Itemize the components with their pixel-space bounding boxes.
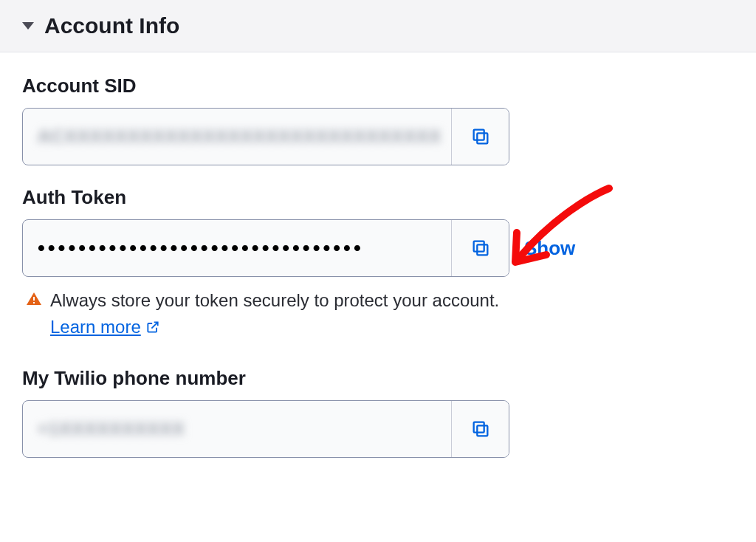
auth-token-input-wrap: •••••••••••••••••••••••••••••••• — [22, 219, 509, 277]
account-info-header[interactable]: Account Info — [0, 0, 756, 52]
copy-icon — [470, 419, 491, 439]
auth-token-label: Auth Token — [22, 186, 734, 209]
svg-rect-3 — [473, 241, 484, 252]
copy-phone-number-button[interactable] — [451, 401, 509, 457]
warning-text: Always store your token securely to prot… — [50, 287, 539, 340]
show-auth-token-link[interactable]: Show — [524, 237, 575, 260]
svg-rect-2 — [477, 244, 487, 255]
svg-rect-4 — [33, 297, 35, 301]
phone-number-input-wrap: +1XXXXXXXXXX — [22, 400, 509, 458]
svg-rect-5 — [33, 302, 35, 303]
chevron-down-icon — [22, 22, 34, 30]
warning-icon — [25, 290, 43, 308]
phone-number-label: My Twilio phone number — [22, 367, 734, 390]
external-link-icon — [145, 320, 160, 335]
account-sid-field: Account SID ACXXXXXXXXXXXXXXXXXXXXXXXXXX… — [22, 75, 734, 165]
warning-message: Always store your token securely to prot… — [50, 290, 499, 310]
account-sid-value[interactable]: ACXXXXXXXXXXXXXXXXXXXXXXXXXXXXXX — [23, 109, 451, 165]
copy-icon — [470, 126, 491, 147]
svg-rect-1 — [473, 130, 484, 140]
copy-account-sid-button[interactable] — [451, 109, 509, 165]
auth-token-value[interactable]: •••••••••••••••••••••••••••••••• — [23, 220, 451, 276]
account-info-content: Account SID ACXXXXXXXXXXXXXXXXXXXXXXXXXX… — [0, 52, 756, 493]
account-sid-input-wrap: ACXXXXXXXXXXXXXXXXXXXXXXXXXXXXXX — [22, 108, 509, 165]
copy-icon — [470, 238, 491, 258]
account-sid-label: Account SID — [22, 75, 734, 97]
svg-rect-0 — [477, 133, 487, 143]
learn-more-link[interactable]: Learn more — [50, 314, 160, 340]
account-info-title: Account Info — [44, 13, 179, 38]
auth-token-field: Auth Token •••••••••••••••••••••••••••••… — [22, 186, 734, 340]
copy-auth-token-button[interactable] — [451, 220, 509, 276]
phone-number-value[interactable]: +1XXXXXXXXXX — [23, 401, 451, 457]
svg-rect-7 — [473, 422, 484, 433]
auth-token-warning: Always store your token securely to prot… — [22, 287, 539, 340]
svg-rect-6 — [477, 425, 487, 436]
phone-number-field: My Twilio phone number +1XXXXXXXXXX — [22, 367, 734, 458]
